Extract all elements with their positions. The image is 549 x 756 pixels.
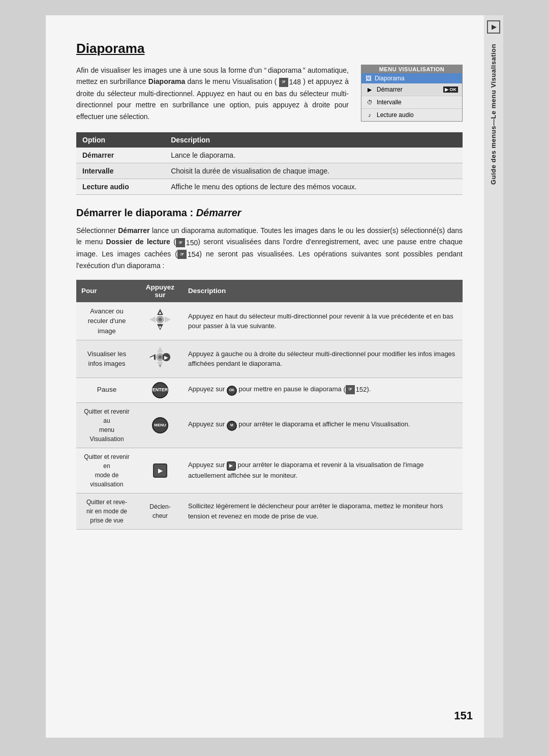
appuyez-cell: Déclen-cheur — [137, 493, 183, 529]
desc-cell: Appuyez sur ▶ pour arrêter le diaporama … — [183, 448, 463, 493]
svg-marker-5 — [149, 316, 156, 323]
menu-intervalle-label: Intervalle — [377, 99, 402, 106]
dpad-updown-icon: ▲ ▼ — [147, 307, 173, 332]
play-button-icon: ▶ — [153, 463, 167, 478]
ref-150: ☞ 150 — [176, 237, 198, 248]
page-title: Diaporama — [76, 41, 463, 56]
menu-intervalle-icon: ⏱ — [365, 98, 374, 106]
inline-play-icon: ▶ — [227, 461, 236, 471]
ref-152: ☞ 152 — [346, 385, 367, 395]
appuyez-cell: ▲ ▼ — [137, 302, 183, 340]
menu-selected-row: 🖼 Diaporama — [361, 73, 462, 83]
svg-point-8 — [159, 318, 162, 321]
description-cell: Affiche le menu des options de lecture d… — [165, 179, 463, 195]
desc-table: Pour Appuyezsur Description Avancer oure… — [76, 280, 463, 530]
menu-title-bar: MENU VISUALISATION — [361, 65, 462, 73]
sidebar-top-icon: ▶ — [487, 20, 500, 34]
option-header: Option — [76, 132, 165, 148]
desc-cell: Sollicitez légèrement le déclencheur pou… — [183, 493, 463, 529]
pour-cell: Quitter et revenir enmode de visualisati… — [76, 448, 137, 493]
svg-text:◀: ◀ — [150, 355, 154, 360]
svg-text:▶: ▶ — [164, 355, 168, 360]
table-row: Quitter et revenir aumenu Visualisation … — [76, 402, 463, 448]
section2-title: Démarrer le diaporama : Démarrer — [76, 207, 463, 219]
inline-enter-icon: OK — [227, 386, 237, 396]
table-row: Avancer oureculer d'uneimage ▲ ▼ — [76, 302, 463, 340]
appuyez-cell: ENTER — [137, 377, 183, 402]
pour-header: Pour — [76, 280, 137, 302]
option-table: Option Description Démarrer Lance le dia… — [76, 132, 463, 195]
pour-cell: Quitter et reve-nir en mode deprise de v… — [76, 493, 137, 529]
table-row: Intervalle Choisit la durée de visualisa… — [76, 163, 463, 179]
menu-lecture-icon: ♪ — [365, 111, 374, 119]
pour-cell: Avancer oureculer d'uneimage — [76, 302, 137, 340]
svg-text:▲: ▲ — [158, 310, 162, 315]
svg-marker-10 — [157, 346, 163, 353]
desc-header: Description — [183, 280, 463, 302]
appuyez-cell: MENU — [137, 402, 183, 448]
option-cell: Intervalle — [76, 163, 165, 179]
description-cell: Choisit la durée de visualisation de cha… — [165, 163, 463, 179]
appuyez-cell: ▶ ◀ ▼ — [137, 340, 183, 377]
desc-cell: Appuyez à gauche ou à droite du sélecteu… — [183, 340, 463, 377]
table-row: Visualiser lesinfos images — [76, 340, 463, 377]
svg-text:▼: ▼ — [158, 364, 162, 368]
sidebar-label: Guide des menus—Le menu Visualisation — [490, 39, 498, 190]
dpad-leftright-icon: ▶ ◀ ▼ — [147, 344, 173, 370]
menu-demarrer-icon: ▶ — [365, 85, 374, 94]
intro-text: Afin de visualiser les images une à une … — [76, 65, 349, 122]
option-cell: Lecture audio — [76, 179, 165, 195]
menu-screenshot: MENU VISUALISATION 🖼 Diaporama ▶ Démarre… — [361, 65, 463, 122]
svg-point-17 — [159, 356, 162, 359]
desc-cell: Appuyez sur OK pour mettre en pause le d… — [183, 377, 463, 402]
ref-icon-148: ☞ 148 — [279, 76, 301, 88]
ref-154: ☞ 154 — [177, 249, 199, 260]
menu-row-intervalle: ⏱ Intervalle — [361, 96, 462, 109]
menu-selected-label: Diaporama — [375, 75, 405, 82]
table-row: Démarrer Lance le diaporama. — [76, 148, 463, 163]
enter-button-icon: ENTER — [152, 382, 168, 398]
desc-cell: Appuyez en haut du sélecteur multi-direc… — [183, 302, 463, 340]
intro-section: Afin de visualiser les images une à une … — [76, 65, 463, 122]
menu-row-demarrer: ▶ Démarrer ▶ OK — [361, 83, 462, 96]
inline-menu-icon: M — [227, 421, 237, 431]
section2-body: Sélectionner Démarrer lance un diaporama… — [76, 225, 463, 272]
menu-demarrer-label: Démarrer — [377, 86, 403, 93]
menu-selected-icon: 🖼 — [365, 75, 372, 82]
pour-cell: Quitter et revenir aumenu Visualisation — [76, 402, 137, 448]
ok-badge: ▶ OK — [443, 86, 458, 93]
svg-marker-6 — [165, 316, 171, 323]
pour-cell: Visualiser lesinfos images — [76, 340, 137, 377]
sidebar: ▶ Guide des menus—Le menu Visualisation — [484, 15, 503, 738]
description-header: Description — [165, 132, 463, 148]
svg-text:▼: ▼ — [158, 325, 162, 330]
menu-row-lecture: ♪ Lecture audio — [361, 109, 462, 121]
desc-cell: Appuyez sur M pour arrêter le diaporama … — [183, 402, 463, 448]
main-content: Diaporama Afin de visualiser les images … — [76, 41, 473, 530]
table-row: Pause ENTER Appuyez sur OK pour mettre e… — [76, 377, 463, 402]
table-row: Quitter et revenir enmode de visualisati… — [76, 448, 463, 493]
pour-cell: Pause — [76, 377, 137, 402]
page-number: 151 — [454, 709, 473, 722]
option-cell: Démarrer — [76, 148, 165, 163]
menu-lecture-label: Lecture audio — [377, 111, 414, 119]
description-cell: Lance le diaporama. — [165, 148, 463, 163]
appuyez-header: Appuyezsur — [137, 280, 183, 302]
menu-button-icon: MENU — [152, 417, 168, 433]
appuyez-cell: ▶ — [137, 448, 183, 493]
table-row: Lecture audio Affiche le menu des option… — [76, 179, 463, 195]
page: ▶ Guide des menus—Le menu Visualisation … — [46, 15, 503, 738]
table-row: Quitter et reve-nir en mode deprise de v… — [76, 493, 463, 529]
